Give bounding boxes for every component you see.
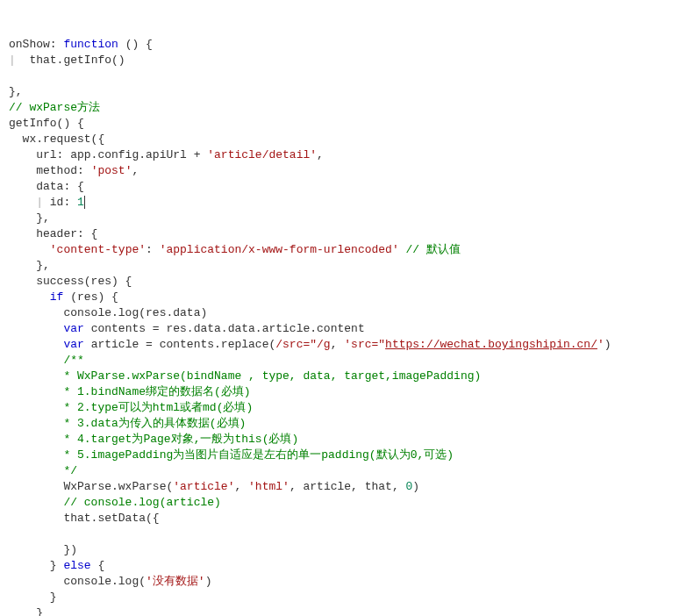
code-text [9,243,50,256]
comment: * 5.imagePadding为当图片自适应是左右的单一padding(默认为… [9,448,454,462]
code-text: data: { [9,180,84,193]
string: 'content-type' [50,243,146,256]
comment: * WxParse.wxParse(bindName , type, data,… [9,369,481,383]
code-text: url: app.config.apiUrl + [9,148,207,161]
code-text: ) [412,480,419,493]
string: ' [597,338,604,351]
code-text: ) [205,575,212,588]
comment: // wxParse方法 [9,101,100,114]
code-text: }, [9,85,23,98]
code-text [9,290,50,304]
caret-icon [84,196,85,209]
code-text: header: { [9,227,97,240]
code-text: }, [9,211,50,225]
code-text: console.log(res.data) [9,306,207,319]
comment: // 默认值 [399,243,461,256]
code-text: , [331,338,345,351]
string: 'article/detail' [207,148,317,161]
code-text: , [317,148,324,161]
code-text: , [132,164,139,177]
code-text: } [9,591,57,604]
code-text: onShow: [9,38,63,51]
string: 'html' [248,480,289,493]
comment: // console.log(article) [9,496,221,509]
code-text: success(res) { [9,275,132,288]
comment: * 2.type可以为html或者md(必填) [9,401,253,414]
code-text: getInfo() { [9,117,84,130]
code-text: (res) { [63,290,118,304]
string: 'post' [91,164,132,177]
comment: * 4.target为Page对象,一般为this(必填) [9,433,298,446]
code-text: article = contents.replace( [84,338,275,351]
code-text: { [91,559,105,572]
comment: * 3.data为传入的具体数据(必填) [9,417,246,430]
code-text: wx.request({ [9,133,104,146]
keyword-else: else [63,559,90,572]
code-text: ) [604,338,611,351]
comment: * 1.bindName绑定的数据名(必填) [9,385,251,398]
code-text: contents = res.data.data.article.content [84,322,365,335]
code-text: }) [9,543,77,556]
keyword-function: function [63,38,118,51]
code-text: : [146,243,160,256]
code-text: } [9,606,43,616]
code-text [9,322,63,335]
string: 'application/x-www-form-urlencoded' [160,243,399,256]
keyword-var: var [63,338,83,351]
number: 1 [77,196,84,209]
code-text: method: [9,164,91,177]
comment: /** [9,354,84,367]
code-text: that.setData({ [9,512,160,525]
code-text [9,338,63,351]
code-text: WxParse.wxParse( [9,480,173,493]
code-text: } [9,559,63,572]
code-text: id: [43,196,77,209]
regex: /src="/g [275,338,330,351]
keyword-if: if [50,290,64,304]
code-block: onShow: function () { | that.getInfo() }… [9,37,670,616]
comment: */ [9,464,77,477]
string: 'article' [173,480,234,493]
indent-guide: | [9,54,16,67]
code-text: that.getInfo() [16,54,125,67]
indent-guide: | [9,196,43,209]
code-text: , [234,480,248,493]
code-text: console.log( [9,575,146,588]
code-text: }, [9,259,50,272]
url-link: https://wechat.boyingshipin.cn/ [385,338,597,351]
code-text: , article, that, [289,480,406,493]
string: '没有数据' [146,575,205,588]
code-text: () { [118,38,153,51]
string: 'src=" [344,338,385,351]
keyword-var: var [63,322,83,335]
